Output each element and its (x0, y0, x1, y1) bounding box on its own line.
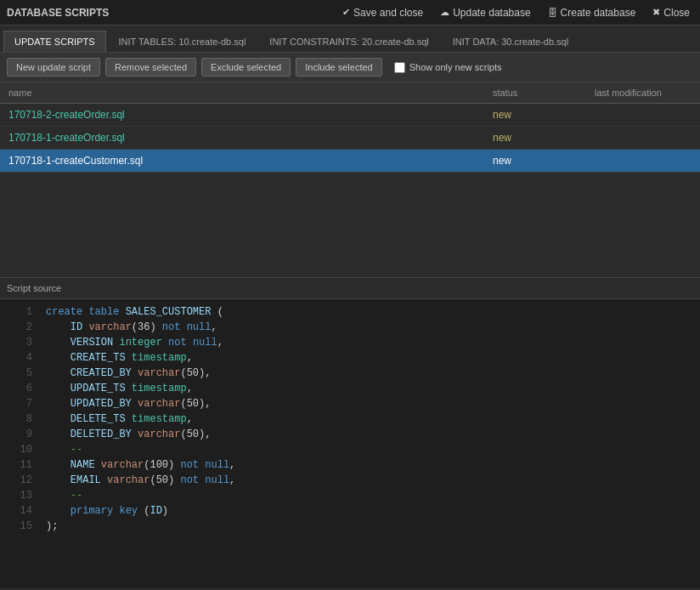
script-source: 1create table SALES_CUSTOMER (2 ID varch… (0, 299, 700, 588)
cell-status: new (484, 127, 586, 150)
line-text: UPDATED_BY varchar(50), (46, 396, 211, 411)
line-text: -- (46, 488, 82, 503)
line-number: 11 (7, 457, 32, 473)
line-text: primary key (ID) (46, 503, 168, 519)
close-button[interactable]: ✖ Close (649, 5, 693, 20)
line-text: CREATED_BY varchar(50), (46, 366, 211, 381)
line-text: EMAIL varchar(50) not null, (46, 473, 235, 488)
code-line: 13 -- (0, 488, 700, 503)
cell-name: 170718-1-createOrder.sql (0, 127, 484, 150)
code-line: 2 ID varchar(36) not null, (0, 320, 700, 335)
table-header-row: name status last modification (0, 82, 700, 104)
table-row[interactable]: 170718-1-createOrder.sqlnew (0, 127, 700, 150)
line-number: 2 (7, 320, 32, 335)
code-line: 8 DELETE_TS timestamp, (0, 411, 700, 427)
save-close-button[interactable]: ✔ Save and close (339, 5, 426, 20)
line-number: 7 (7, 396, 32, 411)
include-selected-button[interactable]: Include selected (296, 58, 382, 77)
remove-selected-button[interactable]: Remove selected (105, 58, 196, 77)
line-text: CREATE_TS timestamp, (46, 350, 193, 366)
line-number: 12 (7, 473, 32, 488)
create-database-button[interactable]: 🗄 Create database (545, 5, 640, 20)
code-line: 14 primary key (ID) (0, 503, 700, 519)
line-number: 8 (7, 411, 32, 427)
line-number: 14 (7, 503, 32, 519)
code-line: 7 UPDATED_BY varchar(50), (0, 396, 700, 411)
app-header: DATABASE SCRIPTS ✔ Save and close ☁ Upda… (0, 0, 700, 26)
show-only-new-label[interactable]: Show only new scripts (394, 62, 502, 73)
show-only-new-checkbox[interactable] (394, 62, 405, 73)
line-number: 4 (7, 350, 32, 366)
table-row[interactable]: 170718-1-createCustomer.sqlnew (0, 150, 700, 173)
cell-name: 170718-2-createOrder.sql (0, 104, 484, 127)
line-number: 3 (7, 335, 32, 350)
scripts-table: name status last modification 170718-2-c… (0, 82, 700, 173)
cloud-icon: ☁ (440, 7, 449, 18)
line-text: NAME varchar(100) not null, (46, 457, 235, 473)
line-text: -- (46, 442, 82, 457)
exclude-selected-button[interactable]: Exclude selected (201, 58, 291, 77)
code-line: 6 UPDATE_TS timestamp, (0, 381, 700, 396)
line-text: VERSION integer not null, (46, 335, 223, 350)
code-line: 12 EMAIL varchar(50) not null, (0, 473, 700, 488)
line-number: 9 (7, 427, 32, 442)
header-actions: ✔ Save and close ☁ Update database 🗄 Cre… (339, 5, 693, 20)
code-line: 11 NAME varchar(100) not null, (0, 457, 700, 473)
table-row[interactable]: 170718-2-createOrder.sqlnew (0, 104, 700, 127)
cell-name: 170718-1-createCustomer.sql (0, 150, 484, 173)
check-icon: ✔ (342, 7, 350, 18)
tab-init-tables[interactable]: INIT TABLES: 10.create-db.sql (108, 31, 257, 52)
line-text: ); (46, 519, 58, 534)
db-icon: 🗄 (548, 8, 557, 18)
line-text: UPDATE_TS timestamp, (46, 381, 193, 396)
code-line: 1create table SALES_CUSTOMER ( (0, 304, 700, 320)
col-header-status: status (484, 82, 586, 104)
line-number: 10 (7, 442, 32, 457)
cell-modification (586, 104, 700, 127)
code-line: 9 DELETED_BY varchar(50), (0, 427, 700, 442)
cell-modification (586, 127, 700, 150)
line-number: 1 (7, 304, 32, 320)
cell-status: new (484, 104, 586, 127)
update-database-button[interactable]: ☁ Update database (437, 5, 533, 20)
code-line: 4 CREATE_TS timestamp, (0, 350, 700, 366)
code-line: 10 -- (0, 442, 700, 457)
tab-update-scripts[interactable]: UPDATE SCRIPTS (3, 31, 106, 52)
code-line: 3 VERSION integer not null, (0, 335, 700, 350)
line-text: create table SALES_CUSTOMER ( (46, 304, 223, 320)
cell-modification (586, 150, 700, 173)
line-number: 6 (7, 381, 32, 396)
tab-init-data[interactable]: INIT DATA: 30.create-db.sql (442, 31, 579, 52)
code-line: 15); (0, 519, 700, 534)
scripts-table-container: name status last modification 170718-2-c… (0, 82, 700, 278)
toolbar: New update script Remove selected Exclud… (0, 53, 700, 82)
cell-status: new (484, 150, 586, 173)
col-header-name: name (0, 82, 484, 104)
tab-init-constraints[interactable]: INIT CONSTRAINTS: 20.create-db.sql (258, 31, 439, 52)
line-text: DELETED_BY varchar(50), (46, 427, 211, 442)
app-title: DATABASE SCRIPTS (7, 7, 339, 19)
line-number: 5 (7, 366, 32, 381)
code-line: 5 CREATED_BY varchar(50), (0, 366, 700, 381)
new-update-script-button[interactable]: New update script (7, 58, 100, 77)
line-text: DELETE_TS timestamp, (46, 411, 193, 427)
script-source-label: Script source (0, 278, 700, 299)
col-header-modification: last modification (586, 82, 700, 104)
close-icon: ✖ (652, 7, 660, 18)
line-text: ID varchar(36) not null, (46, 320, 217, 335)
line-number: 13 (7, 488, 32, 503)
tabs-row: UPDATE SCRIPTS INIT TABLES: 10.create-db… (0, 26, 700, 53)
line-number: 15 (7, 519, 32, 534)
